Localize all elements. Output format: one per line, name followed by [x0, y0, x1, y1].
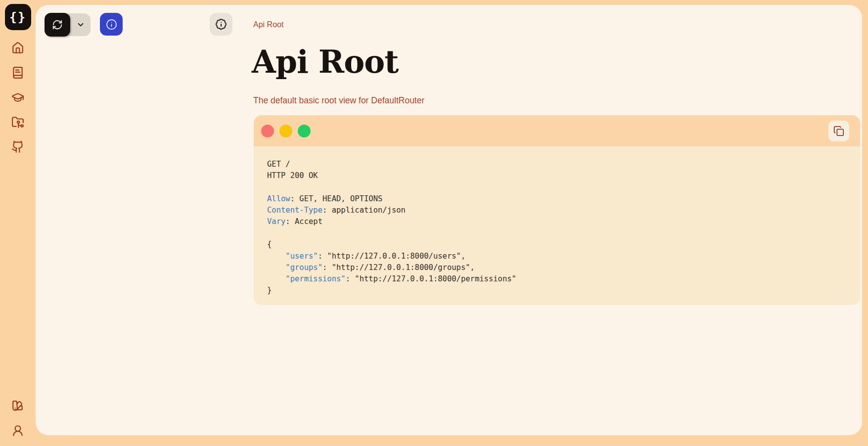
- copy-button[interactable]: [828, 121, 849, 141]
- main-panel: Api Root Api Root The default basic root…: [36, 5, 862, 435]
- sidebar: {}: [0, 0, 36, 446]
- page-title: Api Root: [252, 44, 398, 80]
- folder-git-icon[interactable]: [11, 116, 24, 129]
- graduation-cap-icon[interactable]: [11, 91, 24, 104]
- code-line: "permissions": "http://127.0.0.1:8000/pe…: [267, 273, 850, 285]
- copy-icon: [833, 126, 844, 136]
- code-line: HTTP 200 OK: [267, 170, 850, 181]
- refresh-button[interactable]: [45, 13, 70, 37]
- code-line: Allow: GET, HEAD, OPTIONS: [267, 193, 850, 205]
- badge-info-button[interactable]: [210, 13, 232, 36]
- code-line: "users": "http://127.0.0.1:8000/users",: [267, 251, 850, 262]
- breadcrumb[interactable]: Api Root: [253, 20, 283, 30]
- book-text-icon[interactable]: [11, 66, 24, 79]
- window-dots: [261, 125, 311, 137]
- refresh-icon: [52, 19, 63, 30]
- info-icon: [106, 19, 117, 30]
- home-icon[interactable]: [11, 42, 24, 54]
- response-terminal: GET /HTTP 200 OK Allow: GET, HEAD, OPTIO…: [254, 115, 860, 305]
- chevron-down-icon: [76, 20, 85, 29]
- terminal-header: [254, 115, 860, 146]
- sidebar-nav: [11, 42, 24, 153]
- swatch-book-icon[interactable]: [11, 399, 24, 412]
- code-line: "groups": "http://127.0.0.1:8000/groups"…: [267, 262, 850, 273]
- github-icon[interactable]: [11, 140, 24, 153]
- window-dot: [298, 125, 311, 137]
- code-line: {: [267, 239, 850, 250]
- refresh-split-button[interactable]: [45, 13, 91, 37]
- code-line: GET /: [267, 159, 850, 170]
- terminal-body: GET /HTTP 200 OK Allow: GET, HEAD, OPTIO…: [254, 146, 860, 305]
- code-line: [267, 181, 850, 193]
- badge-info-icon: [215, 18, 227, 30]
- code-line: Content-Type: application/json: [267, 205, 850, 216]
- code-line: }: [267, 285, 850, 296]
- sidebar-bottom: [11, 399, 24, 437]
- app-logo[interactable]: {}: [5, 4, 31, 30]
- user-icon[interactable]: [11, 424, 24, 437]
- code-line: [267, 227, 850, 239]
- info-button[interactable]: [100, 13, 123, 36]
- logo-braces-icon: {}: [9, 10, 26, 24]
- code-line: Vary: Accept: [267, 216, 850, 227]
- window-dot: [261, 125, 274, 137]
- window-dot: [279, 125, 292, 137]
- page-subtitle: The default basic root view for DefaultR…: [253, 95, 424, 106]
